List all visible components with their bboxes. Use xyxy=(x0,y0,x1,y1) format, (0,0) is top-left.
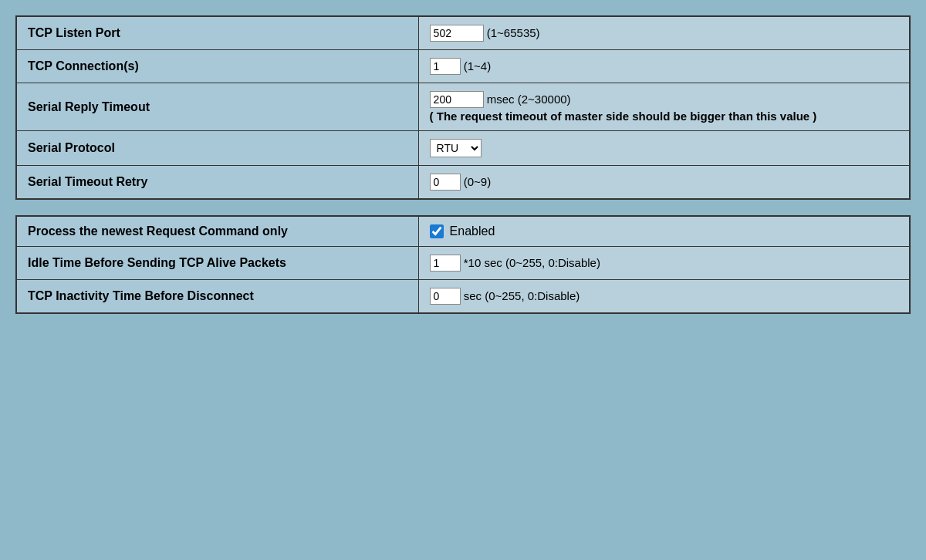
tcp-inactivity-input[interactable] xyxy=(430,288,461,305)
table-row: Process the newest Request Command only … xyxy=(16,216,910,247)
idle-time-hint: *10 sec (0~255, 0:Disable) xyxy=(464,256,600,269)
tcp-connections-cell: (1~4) xyxy=(418,50,910,83)
process-newest-request-checkbox[interactable] xyxy=(430,224,444,238)
checkbox-wrapper: Enabled xyxy=(430,224,898,238)
serial-protocol-select[interactable]: RTU ASCII xyxy=(430,139,482,157)
table-row: Idle Time Before Sending TCP Alive Packe… xyxy=(16,247,910,280)
idle-time-input[interactable] xyxy=(430,255,461,272)
tcp-inactivity-cell: sec (0~255, 0:Disable) xyxy=(418,280,910,314)
idle-time-label: Idle Time Before Sending TCP Alive Packe… xyxy=(16,247,418,280)
serial-reply-timeout-hint: msec (2~30000) xyxy=(487,93,571,106)
tcp-connections-input[interactable] xyxy=(430,58,461,75)
process-newest-request-checkbox-label: Enabled xyxy=(450,224,495,238)
tcp-inactivity-label: TCP Inactivity Time Before Disconnect xyxy=(16,280,418,314)
serial-reply-timeout-label: Serial Reply Timeout xyxy=(16,83,418,131)
serial-timeout-retry-hint: (0~9) xyxy=(464,175,491,188)
table2-container: Process the newest Request Command only … xyxy=(15,215,911,314)
serial-timeout-retry-label: Serial Timeout Retry xyxy=(16,166,418,200)
table1-container: TCP Listen Port (1~65535) TCP Connection… xyxy=(15,15,911,200)
settings-table-2: Process the newest Request Command only … xyxy=(15,215,911,314)
tcp-listen-port-cell: (1~65535) xyxy=(418,16,910,50)
idle-time-cell: *10 sec (0~255, 0:Disable) xyxy=(418,247,910,280)
serial-protocol-label: Serial Protocol xyxy=(16,131,418,166)
tcp-connections-label: TCP Connection(s) xyxy=(16,50,418,83)
serial-timeout-retry-input[interactable] xyxy=(430,174,461,191)
serial-reply-timeout-cell: msec (2~30000) ( The request timeout of … xyxy=(418,83,910,131)
serial-reply-timeout-note: ( The request timeout of master side sho… xyxy=(430,110,898,123)
settings-table-1: TCP Listen Port (1~65535) TCP Connection… xyxy=(15,15,911,200)
table-row: Serial Protocol RTU ASCII xyxy=(16,131,910,166)
process-newest-request-label: Process the newest Request Command only xyxy=(16,216,418,247)
tcp-connections-hint: (1~4) xyxy=(464,59,491,73)
serial-reply-timeout-input[interactable] xyxy=(430,91,484,108)
table-row: TCP Connection(s) (1~4) xyxy=(16,50,910,83)
tcp-listen-port-hint: (1~65535) xyxy=(487,26,540,39)
table-row: Serial Timeout Retry (0~9) xyxy=(16,166,910,200)
table-row: TCP Inactivity Time Before Disconnect se… xyxy=(16,280,910,314)
table-row: TCP Listen Port (1~65535) xyxy=(16,16,910,50)
tcp-inactivity-hint: sec (0~255, 0:Disable) xyxy=(464,289,580,302)
tcp-listen-port-label: TCP Listen Port xyxy=(16,16,418,50)
serial-protocol-cell: RTU ASCII xyxy=(418,131,910,166)
process-newest-request-cell: Enabled xyxy=(418,216,910,247)
tcp-listen-port-input[interactable] xyxy=(430,25,484,42)
table-row: Serial Reply Timeout msec (2~30000) ( Th… xyxy=(16,83,910,131)
serial-timeout-retry-cell: (0~9) xyxy=(418,166,910,200)
